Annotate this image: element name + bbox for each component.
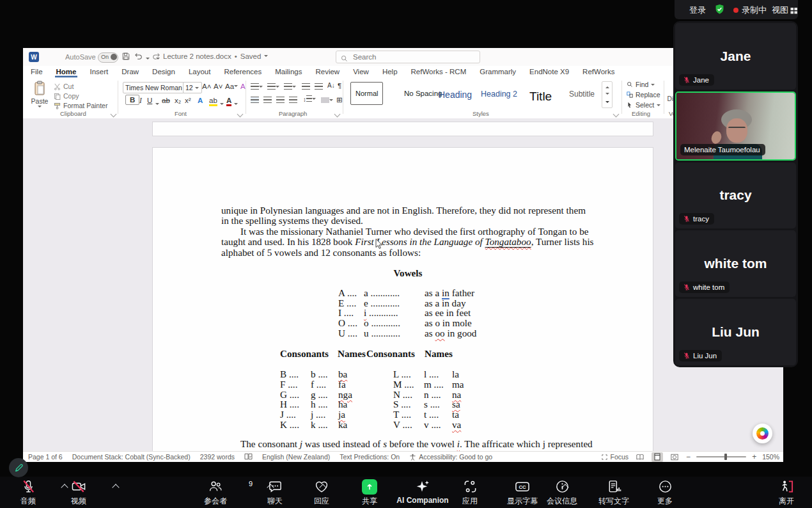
font-size-combo[interactable]: 12 [183, 82, 202, 93]
video-options-caret[interactable] [112, 484, 119, 491]
save-icon[interactable] [121, 52, 130, 63]
find-button[interactable]: Find [627, 81, 655, 88]
annotate-button[interactable] [9, 458, 28, 477]
clipboard-dialog-launcher[interactable] [111, 111, 117, 118]
cut-button[interactable]: Cut [54, 83, 74, 90]
view-grid-icon[interactable] [790, 6, 798, 17]
align-left-button[interactable] [251, 97, 259, 104]
login-button[interactable]: 登录 [689, 4, 706, 16]
style-item[interactable]: Heading 2 [481, 90, 517, 99]
accessibility-indicator[interactable]: Accessibility: Good to go [409, 453, 492, 461]
clear-formatting-button[interactable]: A [240, 83, 246, 90]
styles-dialog-launcher[interactable] [613, 111, 620, 118]
strikethrough-button[interactable]: ab [162, 97, 170, 104]
zoom-level[interactable]: 150% [762, 453, 779, 461]
shrink-font-button[interactable]: A˅ [214, 83, 223, 90]
proofing-icon[interactable] [244, 453, 253, 461]
show-marks-button[interactable]: ¶ [338, 82, 341, 90]
participants-button[interactable]: 9 参会者 [183, 479, 247, 507]
style-item[interactable]: Normal [350, 82, 383, 105]
apps-button[interactable]: 应用 [443, 479, 497, 507]
align-right-button[interactable] [276, 97, 285, 104]
web-layout-button[interactable] [669, 452, 680, 462]
superscript-button[interactable]: x² [185, 97, 191, 104]
zoom-out-button[interactable]: − [686, 452, 691, 461]
focus-button[interactable]: Focus [601, 453, 629, 461]
zoom-slider[interactable] [696, 456, 746, 457]
participant-tile-active-speaker[interactable]: Melenaite Taumoefolau [675, 91, 796, 161]
search-box[interactable] [336, 51, 480, 63]
read-mode-button[interactable] [634, 452, 646, 462]
video-button[interactable]: 视频 [52, 479, 105, 507]
paragraph-dialog-launcher[interactable] [334, 111, 341, 118]
recording-indicator[interactable]: 录制中 [742, 4, 767, 16]
line-spacing-button[interactable]: ↕ [303, 95, 316, 103]
grow-font-button[interactable]: A˄ [202, 83, 211, 90]
highlight-caret[interactable] [220, 103, 224, 107]
menu-tab[interactable]: Layout [187, 67, 212, 77]
copy-button[interactable]: Copy [54, 92, 79, 100]
select-button[interactable]: Select [627, 101, 660, 109]
font-color-button[interactable]: A [226, 97, 231, 106]
underline-caret[interactable] [155, 103, 159, 107]
qat-customize-caret[interactable] [156, 58, 160, 61]
doc-stack-indicator[interactable]: Document Stack: Cobalt (Sync-Backed) [72, 453, 191, 461]
menu-tab[interactable]: RefWorks [581, 67, 616, 77]
transcript-button[interactable]: 转写文字 [587, 479, 641, 507]
participant-tile[interactable]: tracy tracy [675, 163, 796, 229]
menu-tab[interactable]: Review [314, 67, 341, 77]
justify-button[interactable] [289, 97, 297, 104]
increase-indent-button[interactable] [315, 83, 323, 91]
participant-tile[interactable]: white tom white tom [675, 230, 796, 297]
font-color-caret[interactable] [234, 103, 238, 107]
document-page[interactable]: unique in Polynesian languages and are n… [152, 147, 653, 451]
menu-tab[interactable]: Insert [88, 67, 109, 77]
decrease-indent-button[interactable] [302, 83, 310, 91]
menu-tab[interactable]: Mailings [274, 67, 303, 77]
audio-button[interactable]: 音频 [1, 479, 55, 507]
print-layout-button[interactable] [652, 452, 663, 462]
zoom-slider-thumb[interactable] [724, 454, 727, 460]
paste-button[interactable]: Paste [28, 80, 51, 112]
undo-dropdown-caret[interactable] [146, 58, 150, 61]
menu-tab[interactable]: EndNote X9 [528, 67, 570, 77]
autosave-toggle[interactable]: On [98, 52, 118, 63]
word-count[interactable]: 2392 words [200, 453, 235, 461]
zoom-in-button[interactable]: + [752, 452, 756, 461]
menu-tab[interactable]: Help [381, 67, 399, 77]
numbering-button[interactable] [267, 83, 279, 91]
font-name-combo[interactable]: Times New Roman [123, 82, 184, 93]
underline-button[interactable]: U [147, 97, 152, 104]
undo-icon[interactable] [134, 52, 143, 63]
align-center-button[interactable] [263, 97, 272, 104]
participant-tile[interactable]: Jane Jane [675, 23, 796, 90]
format-painter-button[interactable]: Format Painter [54, 102, 107, 109]
highlight-button[interactable]: ab [209, 97, 217, 106]
leave-button[interactable]: 离开 [760, 479, 812, 507]
menu-tab[interactable]: Design [151, 67, 176, 77]
multilevel-list-button[interactable] [284, 83, 296, 91]
page-indicator[interactable]: Page 1 of 6 [28, 453, 63, 461]
style-item[interactable]: Heading [439, 90, 472, 100]
menu-tab[interactable]: Home [55, 67, 78, 77]
participant-tile[interactable]: Liu Jun Liu Jun [675, 299, 796, 365]
font-dialog-launcher[interactable] [237, 111, 244, 118]
sort-button[interactable]: A↓ [327, 82, 335, 89]
menu-tab[interactable]: References [223, 67, 263, 77]
more-button[interactable]: 更多 [638, 479, 692, 507]
borders-button[interactable]: ⊞ [336, 95, 343, 104]
reactions-button[interactable]: 回应 [295, 479, 348, 507]
meeting-info-button[interactable]: 会议信息 [535, 479, 589, 507]
style-item[interactable]: No Spacing [404, 90, 442, 97]
menu-tab[interactable]: RefWorks - RCM [410, 67, 468, 77]
style-item[interactable]: Title [529, 90, 552, 104]
text-predictions-indicator[interactable]: Text Predictions: On [340, 453, 400, 461]
bullets-button[interactable] [251, 83, 263, 91]
menu-tab[interactable]: View [352, 67, 370, 77]
bold-button[interactable]: B [125, 96, 139, 104]
text-effects-button[interactable]: A [198, 97, 203, 104]
menu-tab[interactable]: Grammarly [478, 67, 517, 77]
view-button[interactable]: 视图 [772, 4, 788, 16]
document-canvas[interactable]: unique in Polynesian languages and are n… [23, 118, 783, 451]
subscript-button[interactable]: x₂ [175, 97, 181, 104]
